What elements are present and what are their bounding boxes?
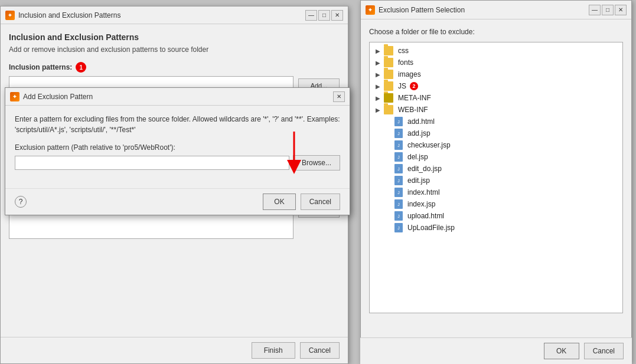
excl-pattern-label: Exclusion pattern (Path relative to 'pro… <box>15 143 340 152</box>
tree-item[interactable]: ▶fonts <box>370 57 622 68</box>
add-excl-titlebar: ✦ Add Exclusion Pattern ✕ <box>5 88 350 106</box>
tree-item[interactable]: ▶images <box>370 68 622 80</box>
file-icon: J <box>394 176 403 185</box>
add-excl-icon: ✦ <box>10 92 19 101</box>
chevron-icon[interactable]: ▶ <box>374 59 381 66</box>
bg-window-maximize[interactable]: □ <box>318 10 330 21</box>
tree-item[interactable]: Jedit.jsp <box>370 175 622 186</box>
tree-item[interactable]: ▶WEB-INF <box>370 104 622 116</box>
bg-window-icon: ✦ <box>5 11 15 20</box>
tree-item[interactable]: Jadd.html <box>370 116 622 127</box>
right-maximize[interactable]: □ <box>602 5 614 15</box>
add-excl-body: Enter a pattern for excluding files from… <box>5 106 350 188</box>
add-excl-description: Enter a pattern for excluding files from… <box>15 114 340 135</box>
file-icon: J <box>394 117 403 126</box>
tree-item-label: index.html <box>407 188 440 196</box>
tree-item-label: add.jsp <box>407 129 430 137</box>
right-close[interactable]: ✕ <box>615 5 627 15</box>
tree-item-label: css <box>398 47 409 55</box>
folder-icon <box>384 81 393 91</box>
chevron-icon[interactable]: ▶ <box>374 47 381 54</box>
bg-window-minimize[interactable]: — <box>305 10 317 21</box>
help-icon[interactable]: ? <box>15 196 27 208</box>
tree-item[interactable]: ▶META-INF <box>370 92 622 104</box>
tree-item[interactable]: Jedit_do.jsp <box>370 163 622 175</box>
file-icon: J <box>394 188 403 197</box>
right-ok-button[interactable]: OK <box>544 343 579 359</box>
tree-item-label: images <box>398 70 421 78</box>
folder-icon <box>384 93 393 103</box>
tree-item-label: index.jsp <box>407 200 435 208</box>
badge-1: 1 <box>76 62 86 73</box>
tree-item-label: JS <box>398 82 406 90</box>
right-cancel-button[interactable]: Cancel <box>584 343 624 359</box>
tree-item-label: UpLoadFile.jsp <box>407 224 455 232</box>
file-icon: J <box>394 140 403 150</box>
excl-pattern-row: Browse... <box>15 155 340 170</box>
tree-item-label: WEB-INF <box>398 106 428 114</box>
file-icon: J <box>394 164 403 173</box>
finish-button[interactable]: Finish <box>252 342 295 359</box>
bg-window-footer: Finish Cancel <box>1 337 348 363</box>
right-panel-icon: ✦ <box>366 5 375 15</box>
right-panel: ✦ Exclusion Pattern Selection — □ ✕ Choo… <box>360 0 632 364</box>
file-tree[interactable]: ▶css▶fonts▶images▶JS2▶META-INF▶WEB-INFJa… <box>369 42 623 313</box>
tree-item[interactable]: ▶JS2 <box>370 80 622 92</box>
folder-icon <box>384 46 393 55</box>
file-icon: J <box>394 129 403 138</box>
tree-item[interactable]: Jindex.html <box>370 186 622 198</box>
add-exclusion-dialog: ✦ Add Exclusion Pattern ✕ Enter a patter… <box>5 87 350 215</box>
bg-window-heading: Inclusion and Exclusion Patterns <box>9 32 340 42</box>
bg-window-titlebar: ✦ Inclusion and Exclusion Patterns — □ ✕ <box>1 6 348 24</box>
chevron-icon[interactable]: ▶ <box>374 83 381 90</box>
tree-item-label: edit.jsp <box>407 176 430 185</box>
tree-item-label: add.html <box>407 117 435 126</box>
tree-item[interactable]: Jcheckuser.jsp <box>370 139 622 151</box>
file-icon: J <box>394 211 403 221</box>
bg-cancel-button[interactable]: Cancel <box>300 342 340 359</box>
bg-window-subtext: Add or remove inclusion and exclusion pa… <box>9 45 340 54</box>
chevron-icon[interactable]: ▶ <box>374 71 381 78</box>
tree-item[interactable]: JUpLoadFile.jsp <box>370 222 622 234</box>
right-minimize[interactable]: — <box>589 5 601 15</box>
tree-item-label: checkuser.jsp <box>407 141 451 149</box>
badge-2: 2 <box>410 82 418 90</box>
folder-icon <box>384 70 393 79</box>
chevron-icon[interactable]: ▶ <box>374 94 381 101</box>
inclusion-label: Inclusion patterns: 1 <box>9 62 340 73</box>
tree-item[interactable]: Jdel.jsp <box>370 151 622 163</box>
tree-item-label: del.jsp <box>407 153 428 161</box>
right-panel-body: Choose a folder or file to exclude: ▶css… <box>361 19 631 322</box>
browse-button[interactable]: Browse... <box>293 155 340 170</box>
right-panel-footer: OK Cancel <box>360 337 632 364</box>
tree-item[interactable]: ▶css <box>370 45 622 57</box>
folder-icon <box>384 58 393 67</box>
tree-item-label: upload.html <box>407 212 444 220</box>
right-panel-title: Exclusion Pattern Selection <box>379 6 465 14</box>
tree-item-label: META-INF <box>398 94 431 102</box>
tree-item-label: fonts <box>398 58 413 67</box>
file-icon: J <box>394 152 403 162</box>
cancel-button[interactable]: Cancel <box>301 194 340 210</box>
tree-item-label: edit_do.jsp <box>407 165 442 173</box>
chevron-icon[interactable]: ▶ <box>374 106 381 113</box>
add-excl-title: Add Exclusion Pattern <box>23 93 93 101</box>
add-excl-footer: ? OK Cancel <box>5 188 350 215</box>
bg-window-title: Inclusion and Exclusion Patterns <box>18 11 120 19</box>
bg-window-close[interactable]: ✕ <box>331 10 343 21</box>
tree-item[interactable]: Jadd.jsp <box>370 127 622 139</box>
tree-item[interactable]: Jupload.html <box>370 210 622 222</box>
file-icon: J <box>394 223 403 232</box>
choose-label: Choose a folder or file to exclude: <box>369 28 623 36</box>
tree-item[interactable]: Jindex.jsp <box>370 198 622 210</box>
excl-pattern-input[interactable] <box>15 156 289 170</box>
right-panel-titlebar: ✦ Exclusion Pattern Selection — □ ✕ <box>361 1 631 19</box>
file-icon: J <box>394 199 403 209</box>
folder-icon <box>384 105 393 114</box>
ok-button[interactable]: OK <box>263 194 295 210</box>
add-excl-close[interactable]: ✕ <box>333 91 345 102</box>
